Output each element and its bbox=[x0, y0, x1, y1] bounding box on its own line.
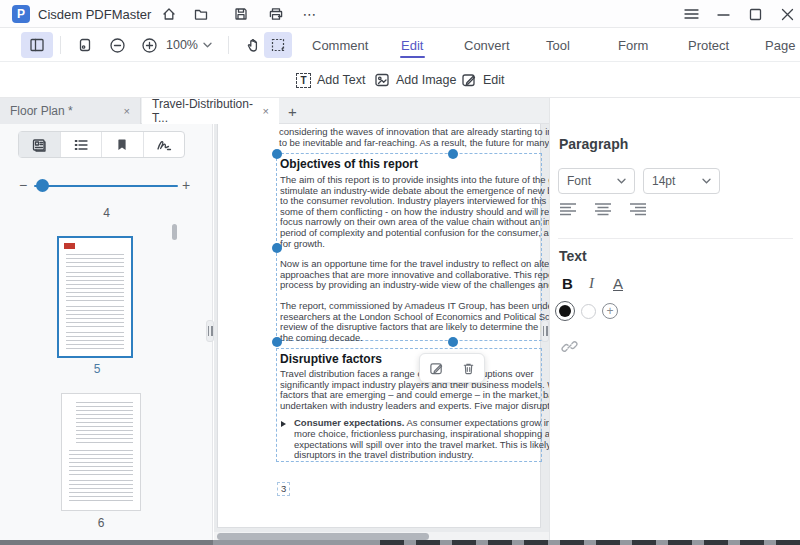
link-button[interactable] bbox=[561, 338, 578, 355]
zoom-in-button[interactable] bbox=[136, 32, 162, 58]
toolbar-divider bbox=[60, 36, 61, 54]
selected-text-block[interactable]: Objectives of this report The aim of thi… bbox=[276, 153, 542, 341]
add-text-icon: T bbox=[296, 73, 311, 88]
add-color-button[interactable]: + bbox=[602, 303, 618, 319]
align-right-icon bbox=[629, 202, 647, 217]
tab-form[interactable]: Form bbox=[618, 28, 648, 62]
doc-bullet-item: Consumer expectations. As consumer expec… bbox=[280, 418, 541, 460]
home-button[interactable] bbox=[158, 4, 180, 24]
doc-tab-floor-plan[interactable]: Floor Plan * × bbox=[0, 98, 141, 124]
add-text-button[interactable]: T Add Text bbox=[296, 69, 365, 91]
zoom-out-button[interactable] bbox=[104, 32, 130, 58]
print-button[interactable] bbox=[265, 4, 287, 24]
tab-protect[interactable]: Protect bbox=[688, 28, 729, 62]
font-size-select[interactable]: 14pt bbox=[643, 168, 720, 194]
format-panel: Paragraph Font 14pt Text B I A + bbox=[549, 98, 800, 540]
edit-pencil-icon bbox=[461, 72, 477, 88]
slider-plus-button[interactable]: + bbox=[182, 177, 190, 193]
app-title: Cisdem PDFMaster bbox=[38, 7, 151, 22]
document-canvas: considering the waves of innovation that… bbox=[214, 124, 549, 540]
horizontal-scrollbar-thumb[interactable] bbox=[217, 533, 429, 540]
slider-track[interactable] bbox=[34, 185, 178, 187]
section-divider bbox=[558, 238, 793, 239]
tab-comment[interactable]: Comment bbox=[312, 28, 368, 62]
tab-close-icon[interactable]: × bbox=[124, 105, 130, 117]
doc-paragraph: The aim of this report is to provide ins… bbox=[280, 175, 541, 249]
zoom-level-dropdown[interactable]: 100% bbox=[166, 32, 212, 58]
pdf-page[interactable]: considering the waves of innovation that… bbox=[217, 124, 541, 528]
thumbnail-zoom-slider: − + bbox=[0, 176, 213, 196]
edit-ribbon: T Add Text Add Image Edit bbox=[0, 62, 800, 98]
page-thumbnail-5[interactable] bbox=[57, 236, 133, 358]
signature-view-button[interactable] bbox=[144, 132, 185, 157]
selection-handle[interactable] bbox=[272, 149, 282, 159]
page-paragraph: considering the waves of innovation that… bbox=[279, 127, 549, 148]
left-panel-splitter-handle[interactable] bbox=[206, 320, 214, 342]
slider-thumb[interactable] bbox=[36, 179, 49, 192]
bookmark-icon bbox=[115, 137, 129, 152]
open-button[interactable] bbox=[190, 4, 212, 24]
selection-handle[interactable] bbox=[272, 337, 282, 347]
more-icon: ⋯ bbox=[303, 6, 318, 22]
hand-tool-button[interactable] bbox=[240, 32, 266, 58]
doc-paragraph: Now is an opportune time for the travel … bbox=[280, 259, 541, 291]
text-section-title: Text bbox=[559, 248, 587, 264]
selection-handle[interactable] bbox=[448, 337, 458, 347]
maximize-button[interactable] bbox=[744, 4, 766, 24]
select-tool-button[interactable] bbox=[264, 32, 292, 58]
align-left-button[interactable] bbox=[558, 200, 578, 218]
chevron-down-icon bbox=[617, 178, 626, 184]
edit-text-button[interactable] bbox=[429, 361, 444, 376]
more-button[interactable]: ⋯ bbox=[299, 4, 321, 24]
selection-handle[interactable] bbox=[448, 149, 458, 159]
italic-button[interactable]: I bbox=[589, 275, 594, 292]
tab-convert[interactable]: Convert bbox=[464, 28, 510, 62]
page-thumbnail-6[interactable] bbox=[61, 393, 141, 511]
add-image-button[interactable]: Add Image bbox=[374, 69, 456, 91]
app-logo: P bbox=[12, 5, 30, 23]
bottom-strip-left bbox=[0, 540, 213, 545]
outline-view-button[interactable] bbox=[61, 132, 103, 157]
text-color-swatch-black[interactable] bbox=[555, 301, 575, 321]
close-icon bbox=[781, 8, 794, 21]
tab-page[interactable]: Page bbox=[765, 28, 795, 62]
background-window-strip bbox=[0, 540, 800, 545]
bold-button[interactable]: B bbox=[562, 275, 573, 292]
right-panel-splitter-handle[interactable] bbox=[541, 320, 549, 342]
new-tab-button[interactable]: + bbox=[288, 98, 297, 124]
sidebar-toggle-button[interactable] bbox=[21, 32, 53, 58]
close-button[interactable] bbox=[776, 4, 798, 24]
selection-handle[interactable] bbox=[272, 243, 282, 253]
align-center-icon bbox=[594, 202, 612, 217]
align-center-button[interactable] bbox=[593, 200, 613, 218]
home-icon bbox=[161, 6, 177, 22]
text-block[interactable]: Disruptive factors Travel distribution f… bbox=[276, 348, 542, 462]
chevron-down-icon bbox=[702, 178, 711, 184]
minimize-button[interactable] bbox=[712, 4, 734, 24]
align-right-button[interactable] bbox=[628, 200, 648, 218]
delete-button[interactable] bbox=[461, 361, 476, 376]
fit-page-button[interactable] bbox=[72, 32, 98, 58]
align-left-icon bbox=[559, 202, 577, 217]
edit-mode-button[interactable]: Edit bbox=[461, 69, 505, 91]
thumbnails-view-button[interactable] bbox=[19, 132, 61, 157]
hamburger-icon bbox=[684, 8, 699, 20]
doc-tab-travel-distribution[interactable]: Travel-Distribution-T... × bbox=[142, 98, 279, 124]
sidebar-scrollbar[interactable] bbox=[172, 224, 177, 240]
slider-minus-button[interactable]: − bbox=[19, 177, 27, 193]
menu-button[interactable] bbox=[680, 4, 702, 24]
thumbnail-page-label: 6 bbox=[61, 516, 141, 530]
tab-close-icon[interactable]: × bbox=[263, 105, 269, 117]
save-button[interactable] bbox=[230, 4, 252, 24]
maximize-icon bbox=[749, 8, 762, 21]
toolbar-divider bbox=[228, 36, 229, 54]
bookmark-view-button[interactable] bbox=[102, 132, 144, 157]
minimize-icon bbox=[717, 8, 730, 21]
underline-button[interactable]: A bbox=[613, 275, 623, 292]
chevron-down-icon bbox=[203, 42, 212, 48]
tab-tool[interactable]: Tool bbox=[546, 28, 570, 62]
zoom-out-icon bbox=[109, 37, 126, 54]
sidebar-view-switcher bbox=[18, 131, 185, 158]
font-family-select[interactable]: Font bbox=[558, 168, 635, 194]
text-color-swatch-white[interactable] bbox=[581, 304, 596, 319]
